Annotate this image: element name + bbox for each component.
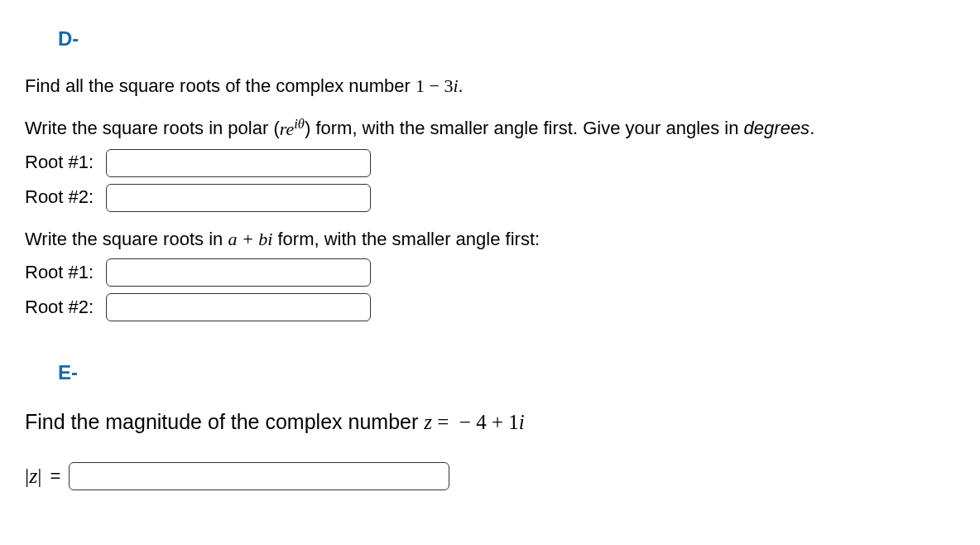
root1-label: Root #1: [25, 150, 99, 176]
abi-root1-label: Root #1: [25, 260, 99, 286]
e-prompt-pre: Find the magnitude of the complex number [25, 410, 424, 433]
abi-instruction: Write the square roots in a + bi form, w… [25, 227, 955, 253]
polar-form-math: reiθ [280, 118, 305, 139]
polar-instruction: Write the square roots in polar (reiθ) f… [25, 113, 955, 142]
magnitude-row: |z| = [25, 461, 955, 491]
polar-root1-row: Root #1: [25, 149, 955, 177]
abi-pre: Write the square roots in [25, 229, 228, 249]
mod-z: |z| [25, 461, 42, 491]
abi-root2-input[interactable] [106, 293, 371, 321]
abi-root2-row: Root #2: [25, 293, 955, 321]
equals-sign: = [50, 464, 61, 490]
section-d-prompt: Find all the square roots of the complex… [25, 74, 955, 99]
abi-root1-row: Root #1: [25, 258, 955, 287]
abi-post: form, with the smaller angle first: [272, 229, 540, 249]
abi-root2-label: Root #2: [25, 295, 99, 321]
polar-post: ) form, with the smaller angle first. Gi… [305, 118, 744, 139]
period: . [809, 118, 814, 139]
polar-root1-input[interactable] [106, 149, 371, 177]
section-e-label: E- [58, 359, 955, 387]
degrees-word: degrees [744, 118, 810, 139]
root2-label: Root #2: [25, 185, 99, 210]
abi-form-math: a + bi [228, 229, 272, 249]
abi-root1-input[interactable] [106, 258, 371, 287]
section-e-prompt: Find the magnitude of the complex number… [25, 408, 955, 436]
polar-root2-input[interactable] [106, 184, 371, 212]
prompt-text: Find all the square roots of the complex… [25, 75, 416, 96]
z-expression: z = − 4 + 1i [424, 411, 525, 433]
section-d-label: D- [58, 25, 955, 53]
polar-root2-row: Root #2: [25, 184, 955, 212]
polar-pre: Write the square roots in polar ( [25, 118, 280, 139]
magnitude-input[interactable] [69, 462, 449, 490]
complex-number-d: 1 − 3i [416, 75, 459, 96]
prompt-period: . [459, 75, 464, 96]
